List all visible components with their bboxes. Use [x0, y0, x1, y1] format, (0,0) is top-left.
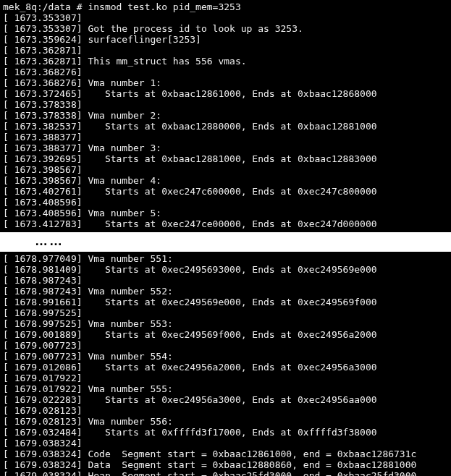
ellipsis-gap: …… [0, 232, 451, 252]
terminal-output-top: mek_8q:/data # insmod test.ko pid_mem=32… [0, 0, 451, 232]
terminal-output-bottom: [ 1678.977049] Vma number 551: [ 1678.98… [0, 252, 451, 476]
